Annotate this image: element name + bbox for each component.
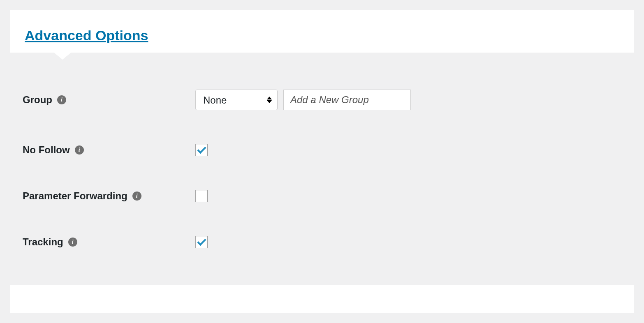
arrow-indicator — [53, 52, 72, 60]
option-row-tracking: Tracking i — [23, 236, 621, 261]
nofollow-controls — [195, 144, 208, 156]
group-controls: None — [195, 90, 411, 110]
info-icon[interactable]: i — [57, 95, 66, 104]
nofollow-label: No Follow — [23, 144, 70, 156]
tracking-controls — [195, 236, 208, 248]
tracking-label: Tracking — [23, 236, 63, 248]
paramforwarding-label: Parameter Forwarding — [23, 190, 127, 202]
new-group-input[interactable] — [283, 90, 411, 110]
paramforwarding-controls — [195, 190, 208, 202]
tracking-checkbox[interactable] — [195, 236, 208, 248]
option-row-group: Group i None — [23, 90, 621, 144]
info-icon[interactable]: i — [75, 145, 84, 155]
option-row-nofollow: No Follow i — [23, 144, 621, 190]
group-label: Group — [23, 94, 52, 106]
option-row-paramforwarding: Parameter Forwarding i — [23, 190, 621, 236]
section-header: Advanced Options — [10, 10, 634, 53]
info-icon[interactable]: i — [132, 191, 141, 201]
nofollow-checkbox[interactable] — [195, 144, 208, 156]
advanced-options-container: Advanced Options Group i None — [10, 10, 634, 313]
group-label-cell: Group i — [23, 94, 195, 106]
paramforwarding-checkbox[interactable] — [195, 190, 208, 202]
group-select-wrapper: None — [195, 90, 278, 110]
advanced-options-title[interactable]: Advanced Options — [25, 28, 148, 44]
tracking-label-cell: Tracking i — [23, 236, 195, 248]
options-panel: Group i None No Follow i — [10, 53, 634, 285]
nofollow-label-cell: No Follow i — [23, 144, 195, 156]
paramforwarding-label-cell: Parameter Forwarding i — [23, 190, 195, 202]
group-select[interactable]: None — [195, 90, 278, 110]
info-icon[interactable]: i — [68, 238, 77, 247]
